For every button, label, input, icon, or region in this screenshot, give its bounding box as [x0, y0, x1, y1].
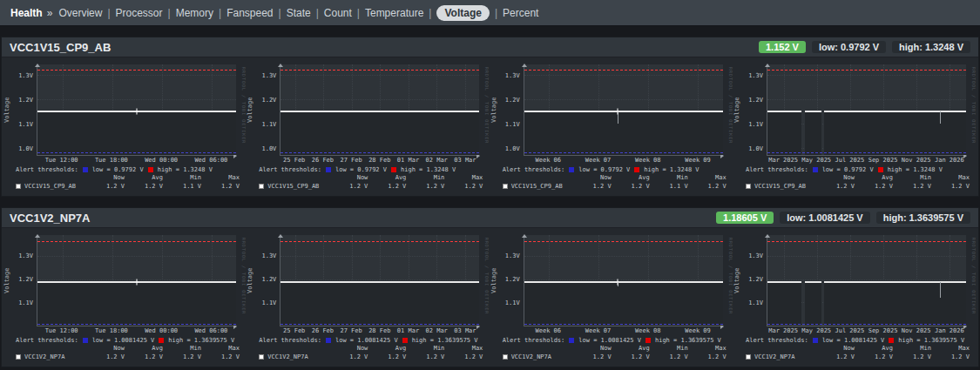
stat-value: 1.2 V	[816, 182, 855, 191]
x-tick-label: Week 07	[585, 327, 612, 336]
area-fill	[824, 111, 966, 155]
x-tick-label: 28 Feb	[368, 327, 390, 336]
x-axis-ticks: 25 Feb26 Feb27 Feb28 Feb01 Mar02 Mar03 M…	[280, 157, 479, 165]
y-tick-label: 1.3V	[18, 72, 33, 79]
stat-value: 1.2 V	[201, 182, 240, 191]
x-tick-label: Tue 18:00	[95, 327, 128, 336]
series-name: VCC1V2_NP7A	[24, 353, 64, 361]
current-point-marker	[137, 279, 138, 286]
rrd-graph-card[interactable]: Voltage 1.3V1.2V1.1V1.0V RRDTOOL / TOBI …	[247, 60, 490, 191]
y-tick-label: 1.0V	[18, 145, 33, 152]
nav-item-count[interactable]: Count	[324, 7, 352, 19]
y-axis-label: Voltage	[733, 64, 744, 156]
nav-item-percent[interactable]: Percent	[503, 7, 538, 19]
stat-value: 1.2 V	[573, 353, 612, 361]
legend-name: VCC1V15_CP9_AB	[503, 182, 573, 191]
stat-value: 1.2 V	[816, 353, 855, 361]
x-tick-label: May 2025	[801, 157, 831, 165]
stats-header: Min	[406, 345, 444, 353]
low-threshold-swatch-icon	[813, 167, 818, 172]
rrd-graph-card[interactable]: Voltage 1.3V1.2V1.1V RRDTOOL / TOBI OETI…	[3, 231, 247, 361]
graph-area: Voltage 1.3V1.2V1.1V1.0V RRDTOOL / TOBI …	[3, 60, 247, 156]
voltage-data-line	[280, 111, 479, 112]
stats-header-row: NowAvgMinMax	[733, 345, 977, 353]
current-point-marker	[137, 108, 138, 114]
nav-item-fanspeed[interactable]: Fanspeed	[226, 7, 273, 19]
stats-header: Min	[163, 345, 201, 353]
legend-row: VCC1V2_NP7A 1.2 V1.2 V1.2 V1.2 V	[733, 353, 977, 361]
graph-area: Voltage 1.3V1.2V1.1V RRDTOOL / TOBI OETI…	[490, 231, 733, 326]
nav-separator-raquo: »	[47, 7, 53, 19]
legend-name: VCC1V2_NP7A	[746, 353, 816, 361]
alert-high-value: high = 1.3639575 V	[168, 337, 234, 344]
stats-header: Max	[688, 345, 727, 353]
rrd-graph-card[interactable]: Voltage 1.3V1.2V1.1V RRDTOOL / TOBI OETI…	[490, 231, 733, 361]
x-axis-ticks: Mar 2025May 2025Jul 2025Sep 2025Nov 2025…	[767, 327, 966, 336]
y-tick-label: 1.1V	[18, 299, 33, 306]
x-axis-ticks: Mar 2025May 2025Jul 2025Sep 2025Nov 2025…	[767, 157, 966, 165]
plot-area	[524, 235, 723, 326]
rrd-graph-card[interactable]: Voltage 1.3V1.2V1.1V1.0V RRDTOOL / TOBI …	[3, 60, 247, 191]
stats-header: Min	[406, 174, 444, 182]
nav-root-health[interactable]: Health	[10, 7, 43, 19]
stat-value: 1.2 V	[612, 353, 650, 361]
low-threshold-chip: low: 0.9792 V	[812, 41, 886, 53]
x-tick-label: Tue 12:00	[45, 327, 78, 336]
rrd-graph-card[interactable]: Voltage 1.3V1.2V1.1V RRDTOOL / TOBI OETI…	[733, 231, 977, 361]
x-tick-label: Jul 2025	[835, 157, 865, 165]
y-axis-arrow-icon	[278, 61, 283, 67]
y-axis-ticks: 1.3V1.2V1.1V1.0V	[744, 64, 767, 156]
low-threshold-swatch-icon	[569, 338, 574, 343]
low-threshold-swatch-icon	[569, 167, 574, 172]
y-axis-arrow-icon	[35, 61, 40, 67]
nav-item-temperature[interactable]: Temperature	[365, 7, 423, 19]
x-tick-label: Nov 2025	[902, 327, 931, 336]
area-fill	[37, 282, 236, 326]
alert-low-value: low = 1.0081425 V	[92, 337, 155, 344]
y-axis-arrow-icon	[35, 232, 40, 238]
rrdtool-watermark: RRDTOOL / TOBI OETIKER	[966, 235, 977, 326]
stats-header: Max	[931, 345, 970, 353]
stat-value: 1.2 V	[201, 353, 240, 361]
stat-value: 1.2 V	[86, 353, 125, 361]
y-axis-ticks: 1.3V1.2V1.1V1.0V	[14, 64, 37, 156]
high-threshold-line	[280, 241, 479, 242]
nav-item-memory[interactable]: Memory	[176, 7, 213, 19]
rrd-graph-card[interactable]: Voltage 1.3V1.2V1.1V RRDTOOL / TOBI OETI…	[247, 231, 490, 361]
area-fill	[524, 282, 723, 326]
current-value-badge: 1.152 V	[759, 41, 806, 53]
stat-value: 1.2 V	[329, 182, 368, 191]
x-tick-label: 01 Mar	[397, 327, 419, 336]
y-tick-label: 1.2V	[261, 97, 276, 104]
stats-header: Avg	[125, 174, 163, 182]
nav-item-processor[interactable]: Processor	[116, 7, 163, 19]
nav-item-overview[interactable]: Overview	[58, 7, 102, 19]
stats-header: Avg	[855, 345, 893, 353]
voltage-data-line	[824, 111, 966, 112]
current-point-marker	[617, 279, 618, 286]
high-threshold-line	[524, 70, 723, 71]
y-tick-label: 1.1V	[261, 299, 276, 306]
series-swatch-icon	[503, 354, 508, 360]
high-threshold-chip: high: 1.3248 V	[892, 41, 970, 53]
alert-thresholds-line: Alert thresholds: low = 0.9792 V high = …	[259, 165, 490, 174]
x-tick-label: Sep 2025	[868, 157, 898, 165]
nav-item-voltage[interactable]: Voltage	[436, 5, 489, 21]
alert-thresholds-label: Alert thresholds:	[16, 166, 78, 173]
y-tick-label: 1.3V	[748, 72, 763, 79]
low-threshold-line	[37, 324, 236, 325]
y-axis-arrow-icon	[765, 232, 770, 238]
series-swatch-icon	[16, 354, 21, 360]
series-swatch-icon	[16, 184, 21, 189]
stat-value: 1.2 V	[368, 182, 406, 191]
y-axis-label: Voltage	[247, 64, 257, 156]
alert-thresholds-line: Alert thresholds: low = 0.9792 V high = …	[16, 165, 247, 174]
nav-item-state[interactable]: State	[287, 7, 311, 19]
x-tick-label: Wed 00:00	[145, 327, 178, 336]
low-threshold-swatch-icon	[326, 167, 331, 172]
alert-high-value: high = 1.3248 V	[401, 166, 456, 173]
rrd-graph-card[interactable]: Voltage 1.3V1.2V1.1V1.0V RRDTOOL / TOBI …	[490, 60, 733, 191]
h-gridline	[524, 279, 723, 280]
high-threshold-chip: high: 1.3639575 V	[876, 212, 970, 224]
rrd-graph-card[interactable]: Voltage 1.3V1.2V1.1V1.0V RRDTOOL / TOBI …	[733, 60, 977, 191]
